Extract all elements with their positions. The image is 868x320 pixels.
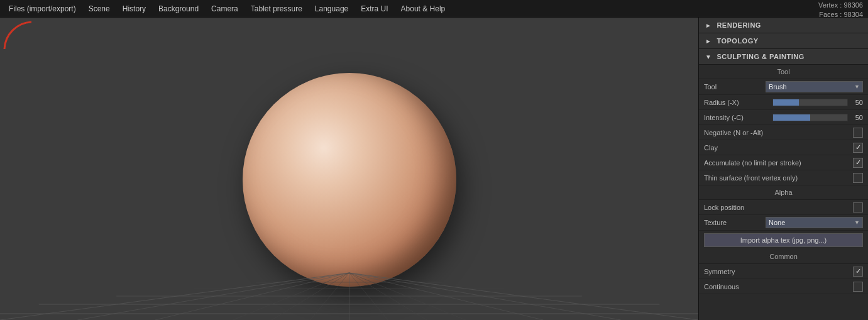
- clay-checkbox[interactable]: [853, 143, 863, 153]
- tool-section-label: Tool: [699, 65, 868, 79]
- radius-fill: [773, 99, 799, 106]
- svg-line-8: [349, 273, 621, 320]
- symmetry-checkbox[interactable]: [853, 267, 863, 277]
- texture-dropdown-arrow: ▼: [854, 219, 860, 226]
- sculpting-painting-content: Tool Tool Brush ▼ Radius (-X): [699, 65, 868, 294]
- accumulate-row: Accumulate (no limit per stroke): [699, 155, 868, 170]
- alpha-section-label: Alpha: [699, 185, 868, 200]
- continuous-label: Continuous: [704, 283, 853, 290]
- radius-slider[interactable]: [772, 99, 848, 106]
- svg-line-14: [349, 273, 427, 320]
- svg-line-16: [349, 273, 388, 320]
- intensity-control: 50: [772, 114, 863, 121]
- sculpting-arrow: ▼: [705, 53, 711, 60]
- tool-control: Brush ▼: [766, 81, 863, 92]
- radius-control: 50: [772, 99, 863, 106]
- menubar: Files (import/export) Scene History Back…: [0, 0, 868, 18]
- texture-label: Texture: [704, 219, 766, 226]
- svg-line-6: [349, 273, 699, 320]
- rendering-label: RENDERING: [717, 21, 761, 29]
- continuous-checkbox[interactable]: [853, 282, 863, 292]
- files-menu[interactable]: Files (import/export): [3, 2, 82, 16]
- svg-line-9: [155, 273, 349, 320]
- thin-surface-label: Thin surface (front vertex only): [704, 174, 853, 182]
- svg-line-5: [0, 273, 349, 320]
- texture-control: None ▼: [766, 217, 863, 228]
- accumulate-checkbox[interactable]: [853, 158, 863, 168]
- intensity-label: Intensity (-C): [704, 114, 772, 121]
- svg-line-11: [233, 273, 349, 320]
- clay-row: Clay: [699, 140, 868, 155]
- clay-label: Clay: [704, 144, 853, 152]
- vertex-faces-info: Vertex : 98306 Faces : 98304: [818, 0, 863, 20]
- texture-dropdown[interactable]: None ▼: [766, 217, 863, 228]
- thin-surface-row: Thin surface (front vertex only): [699, 170, 868, 185]
- topology-arrow: ►: [705, 38, 711, 45]
- import-alpha-button[interactable]: Import alpha tex (jpg, png...): [704, 233, 863, 247]
- continuous-control: [853, 282, 863, 292]
- right-panel: ► RENDERING ► TOPOLOGY ▼ SCULPTING & PAI…: [698, 18, 868, 320]
- sculpting-painting-label: SCULPTING & PAINTING: [717, 53, 804, 60]
- topology-label: TOPOLOGY: [717, 37, 758, 45]
- intensity-slider[interactable]: [772, 114, 848, 121]
- svg-line-12: [349, 273, 466, 320]
- lock-position-control: [853, 202, 863, 212]
- svg-line-15: [310, 273, 349, 320]
- tool-dropdown[interactable]: Brush ▼: [766, 81, 863, 92]
- tool-value: Brush: [769, 83, 787, 91]
- accumulate-label: Accumulate (no limit per stroke): [704, 159, 853, 167]
- tool-label: Tool: [704, 83, 766, 91]
- texture-row: Texture None ▼: [699, 215, 868, 231]
- radius-value: 50: [850, 99, 863, 106]
- camera-menu[interactable]: Camera: [205, 2, 244, 16]
- faces-count: Faces : 98304: [818, 10, 863, 19]
- negative-label: Negative (N or -Alt): [704, 129, 853, 136]
- tablet-pressure-menu[interactable]: Tablet pressure: [244, 2, 309, 16]
- vertex-count: Vertex : 98306: [818, 1, 863, 10]
- scene-menu[interactable]: Scene: [82, 2, 116, 16]
- topology-section-header[interactable]: ► TOPOLOGY: [699, 33, 868, 49]
- symmetry-label: Symmetry: [704, 268, 853, 275]
- lock-position-label: Lock position: [704, 204, 853, 211]
- language-menu[interactable]: Language: [309, 2, 354, 16]
- common-section-label: Common: [699, 250, 868, 264]
- texture-value: None: [769, 219, 785, 226]
- negative-control: [853, 128, 863, 138]
- accumulate-control: [853, 158, 863, 168]
- tool-row: Tool Brush ▼: [699, 79, 868, 95]
- lock-position-row: Lock position: [699, 200, 868, 215]
- history-menu[interactable]: History: [116, 2, 152, 16]
- sculpting-painting-section-header[interactable]: ▼ SCULPTING & PAINTING: [699, 49, 868, 65]
- thin-surface-checkbox[interactable]: [853, 173, 863, 183]
- main-content: ► RENDERING ► TOPOLOGY ▼ SCULPTING & PAI…: [0, 18, 868, 320]
- 3d-sphere: [243, 73, 456, 287]
- negative-row: Negative (N or -Alt): [699, 125, 868, 140]
- svg-line-13: [272, 273, 349, 320]
- grid-floor: [0, 270, 698, 320]
- radius-label: Radius (-X): [704, 99, 772, 106]
- background-menu[interactable]: Background: [152, 2, 205, 16]
- viewport[interactable]: [0, 18, 698, 320]
- intensity-row: Intensity (-C) 50: [699, 110, 868, 125]
- about-help-menu[interactable]: About & Help: [395, 2, 452, 16]
- svg-line-7: [77, 273, 349, 320]
- continuous-row: Continuous: [699, 279, 868, 294]
- svg-line-10: [349, 273, 544, 320]
- rendering-arrow: ►: [705, 22, 711, 29]
- lock-position-checkbox[interactable]: [853, 202, 863, 212]
- negative-checkbox[interactable]: [853, 128, 863, 138]
- intensity-value: 50: [850, 114, 863, 121]
- extra-ui-menu[interactable]: Extra UI: [354, 2, 394, 16]
- clay-control: [853, 143, 863, 153]
- red-arc-indicator: [1, 19, 33, 50]
- thin-surface-control: [853, 173, 863, 183]
- radius-row: Radius (-X) 50: [699, 95, 868, 110]
- symmetry-control: [853, 267, 863, 277]
- symmetry-row: Symmetry: [699, 264, 868, 279]
- sphere-mesh: [243, 73, 456, 287]
- tool-dropdown-arrow: ▼: [854, 84, 860, 90]
- intensity-fill: [773, 114, 810, 121]
